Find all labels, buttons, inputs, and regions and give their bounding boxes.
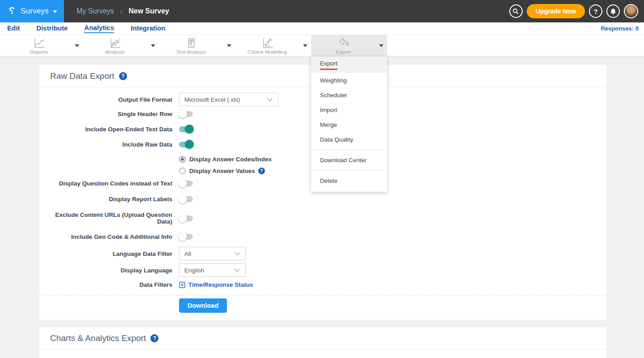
display-question-codes-label: Display Question Codes instead of Text <box>50 180 172 187</box>
analytics-toolbar: Reports Analysis Text Analysis <box>0 35 644 56</box>
menu-item-export[interactable]: Export <box>311 56 387 73</box>
output-file-format-value: Microsoft Excel (.xls) <box>184 96 240 103</box>
language-data-filter-row: Language Data Filter All <box>50 247 596 260</box>
data-filters-row: Data Filters Time/Response Status <box>50 281 596 288</box>
tab-analytics[interactable]: Analytics <box>84 24 114 33</box>
toolbar-text-analysis[interactable]: Text Analysis <box>159 35 235 56</box>
menu-item-weighting[interactable]: Weighting <box>311 73 387 88</box>
toolbar-reports[interactable]: Reports <box>7 35 83 56</box>
answer-codes-radio-row: Display Answer Codes/Index <box>179 155 272 163</box>
answer-values-radio-row: Display Answer Values ? <box>179 167 272 174</box>
exclude-content-urls-label: Exclude Content URLs (Upload Question Da… <box>50 211 172 225</box>
include-geo-code-toggle[interactable] <box>179 234 193 240</box>
charts-analytics-export-card: Charts & Analytics Export ? <box>39 327 606 358</box>
notifications-button[interactable] <box>606 4 620 18</box>
menu-item-download-center[interactable]: Download Center <box>311 153 387 168</box>
include-open-ended-toggle[interactable] <box>179 126 193 132</box>
breadcrumb-separator-icon: › <box>120 8 123 15</box>
charts-analytics-export-title: Charts & Analytics Export <box>50 333 146 343</box>
language-data-filter-label: Language Data Filter <box>50 250 172 257</box>
language-data-filter-value: All <box>184 250 191 257</box>
menu-divider <box>311 150 387 150</box>
include-open-ended-label: Include Open-Ended Text Data <box>50 126 172 133</box>
breadcrumb-current: New Survey <box>128 7 169 15</box>
search-button[interactable] <box>509 4 523 18</box>
toolbar-reports-label: Reports <box>30 49 48 55</box>
survey-section-nav: Edit Distribute Analytics Integration Re… <box>0 22 644 35</box>
svg-text:?: ? <box>9 5 15 16</box>
breadcrumb-my-surveys[interactable]: My Surveys <box>77 7 114 15</box>
display-report-labels-row: Display Report Labels <box>50 196 596 203</box>
display-answer-values-help-icon[interactable]: ? <box>258 168 265 174</box>
menu-divider <box>311 170 387 171</box>
question-mark-icon: ? <box>593 8 597 15</box>
include-raw-data-toggle[interactable] <box>179 142 193 147</box>
text-analysis-dropdown-caret[interactable] <box>223 35 235 56</box>
tab-edit[interactable]: Edit <box>7 24 20 33</box>
menu-item-data-quality[interactable]: Data Quality <box>311 132 387 147</box>
include-geo-code-label: Include Geo Code & Additional Info <box>50 233 172 240</box>
display-answer-codes-label: Display Answer Codes/Index <box>189 156 272 163</box>
reports-line-chart-icon <box>33 38 45 49</box>
form-footer-divider <box>39 295 606 295</box>
chevron-down-icon <box>267 98 273 101</box>
display-answer-codes-radio[interactable] <box>179 156 186 163</box>
output-file-format-select[interactable]: Microsoft Excel (.xls) <box>179 93 278 106</box>
choice-modelling-scatter-icon <box>261 38 273 49</box>
charts-analytics-export-help-icon[interactable]: ? <box>150 334 158 342</box>
help-button[interactable]: ? <box>589 4 602 18</box>
topbar-actions: Upgrade Now ? <box>509 0 644 22</box>
chevron-down-icon <box>234 268 240 272</box>
raw-data-export-help-icon[interactable]: ? <box>119 72 127 80</box>
display-question-codes-toggle[interactable] <box>179 181 193 186</box>
surveys-product-switcher[interactable]: ? Surveys <box>0 0 64 22</box>
brand-label: Surveys <box>21 7 49 16</box>
breadcrumb: My Surveys › New Survey <box>64 0 509 22</box>
display-language-value: English <box>184 267 204 274</box>
menu-item-import[interactable]: Import <box>311 103 387 117</box>
choice-modelling-dropdown-caret[interactable] <box>299 35 311 56</box>
analysis-dropdown-caret[interactable] <box>147 35 159 56</box>
display-report-labels-label: Display Report Labels <box>50 196 172 203</box>
language-data-filter-select[interactable]: All <box>179 247 246 260</box>
include-raw-data-label: Include Raw Data <box>50 141 172 148</box>
toolbar-choice-modelling-label: Choice Modelling <box>247 49 287 55</box>
export-dropdown-menu: Export Weighting Scheduler Import Merge … <box>311 56 387 192</box>
single-header-row-label: Single Header Row <box>50 111 172 117</box>
output-file-format-label: Output File Format <box>50 96 172 103</box>
questionpro-logo-icon: ? <box>7 5 17 17</box>
tab-integration[interactable]: Integration <box>131 24 166 33</box>
page-title: Raw Data Export <box>50 71 115 81</box>
export-dropdown-caret[interactable] <box>375 35 387 56</box>
display-report-labels-toggle[interactable] <box>179 196 193 202</box>
display-language-label: Display Language <box>50 267 172 274</box>
display-language-row: Display Language English <box>50 263 596 277</box>
display-answer-values-radio[interactable] <box>179 168 186 174</box>
display-language-select[interactable]: English <box>179 263 246 277</box>
user-avatar[interactable] <box>624 4 638 18</box>
toolbar-text-analysis-label: Text Analysis <box>176 49 206 55</box>
tab-distribute[interactable]: Distribute <box>36 24 68 33</box>
text-analysis-document-icon <box>185 38 197 49</box>
download-button[interactable]: Download <box>179 298 227 313</box>
toolbar-export[interactable]: Export <box>311 35 387 56</box>
reports-dropdown-caret[interactable] <box>71 35 83 56</box>
single-header-row-toggle[interactable] <box>179 111 193 117</box>
time-response-status-link[interactable]: Time/Response Status <box>179 281 253 288</box>
display-answer-values-label: Display Answer Values <box>189 168 255 174</box>
time-response-status-label: Time/Response Status <box>188 281 253 288</box>
charts-analytics-export-header: Charts & Analytics Export ? <box>39 327 606 349</box>
chevron-down-icon <box>53 10 57 13</box>
export-arrow-icon <box>337 38 350 49</box>
upgrade-now-button[interactable]: Upgrade Now <box>527 4 585 18</box>
bell-icon <box>610 8 616 15</box>
menu-item-merge[interactable]: Merge <box>311 117 387 132</box>
menu-item-delete[interactable]: Delete <box>311 173 387 188</box>
analysis-chart-icon <box>109 38 121 49</box>
data-filters-label: Data Filters <box>50 281 172 288</box>
chevron-down-icon <box>234 252 240 255</box>
exclude-content-urls-toggle[interactable] <box>179 216 193 221</box>
toolbar-analysis[interactable]: Analysis <box>83 35 159 56</box>
toolbar-choice-modelling[interactable]: Choice Modelling <box>235 35 311 56</box>
menu-item-scheduler[interactable]: Scheduler <box>311 88 387 103</box>
